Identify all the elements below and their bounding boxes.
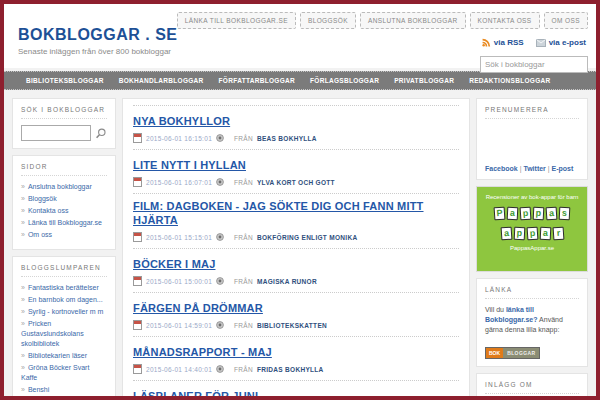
randomizer-list-item: Pricken Gustavslundskolans skolbibliotek xyxy=(21,319,107,349)
post-item: LÄSPLANER FÖR JUNI 2015-06-01 14:17:01 F… xyxy=(133,381,459,400)
site-header: LÄNKA TILL BOKBLOGGAR.SEBLOGGSÖKANSLUTNA… xyxy=(4,4,596,68)
randomizer-list-item: En barnbok om dagen... xyxy=(21,295,107,305)
logo-letter-tile: s xyxy=(559,207,571,221)
post-title-link[interactable]: NYA BOKHYLLOR xyxy=(133,114,230,128)
calendar-icon xyxy=(133,364,142,374)
from-label: FRÅN xyxy=(234,135,253,142)
sidebar-search-title: SÖK I BOKBLOGGAR xyxy=(21,106,107,119)
randomizer-list-item: Benshi xyxy=(21,385,107,395)
page-link[interactable]: Bloggsök xyxy=(28,195,57,202)
blog-link[interactable]: Benshi xyxy=(28,386,49,393)
page-link[interactable]: Kontakta oss xyxy=(28,207,68,214)
subscribe-link[interactable]: Twitter xyxy=(518,165,546,172)
subscribe-row: via RSS via e-post xyxy=(482,38,586,47)
pages-list: Anslutna bokbloggarBloggsökKontakta ossL… xyxy=(21,182,107,240)
page-link[interactable]: Om oss xyxy=(28,231,52,238)
eye-icon xyxy=(216,277,224,285)
blog-link[interactable]: Fantastiska berättelser xyxy=(28,284,99,291)
ad-site-url: PappasAppar.se xyxy=(481,245,583,251)
site-title[interactable]: BOKBLOGGAR . SE xyxy=(18,26,178,44)
post-meta: 2015-06-01 16:15:01 FRÅN BEAS BOKHYLLA xyxy=(133,133,459,143)
pages-list-item: Om oss xyxy=(21,230,107,240)
post-source-link[interactable]: FRIDAS BOKHYLLA xyxy=(257,366,324,373)
post-title-link[interactable]: LÄSPLANER FÖR JUNI xyxy=(133,389,258,400)
blog-link[interactable]: Gröna Böcker Svart Kaffe xyxy=(21,364,89,381)
post-title-link[interactable]: FILM: DAGBOKEN - JAG SÖKTE DIG OCH FANN … xyxy=(133,199,459,227)
nav-item[interactable]: BIBLIOTEKSBLOGGAR xyxy=(26,77,104,84)
subscribe-link[interactable]: E-post xyxy=(546,165,574,172)
subscribe-title: PRENUMERERA xyxy=(485,106,579,119)
logo-letter-tile: p xyxy=(513,227,525,241)
header-search-input[interactable] xyxy=(480,56,588,73)
post-source-link[interactable]: BOKFÖRING ENLIGT MONIKA xyxy=(257,234,357,241)
calendar-icon xyxy=(133,276,142,286)
top-tab[interactable]: LÄNKA TILL BOKBLOGGAR.SE xyxy=(177,12,296,29)
post-title-link[interactable]: LITE NYTT I HYLLAN xyxy=(133,158,246,172)
ad-logo-row1: Pappas xyxy=(481,204,583,220)
tags-title: INLÄGG OM xyxy=(485,381,579,394)
post-date: 2015-06-01 16:15:01 xyxy=(146,135,212,142)
logo-letter-tile: P xyxy=(494,207,506,221)
badge-left-segment: BOK xyxy=(486,348,503,358)
page-link[interactable]: Länka till Bokbloggar.se xyxy=(28,219,102,226)
nav-item[interactable]: FÖRLAGSBLOGGAR xyxy=(310,77,379,84)
logo-letter-tile: p xyxy=(533,207,545,221)
magnifier-icon[interactable] xyxy=(95,126,107,141)
post-source-link[interactable]: MAGISKA RUNOR xyxy=(257,278,317,285)
randomizer-list-item: Bibliotekarien läser xyxy=(21,351,107,361)
nav-item[interactable]: REDAKTIONSBLOGGAR xyxy=(469,77,550,84)
link-box-title: LÄNKA xyxy=(485,286,579,299)
top-tab[interactable]: OM OSS xyxy=(544,12,588,29)
calendar-icon xyxy=(133,133,142,143)
top-tab[interactable]: ANSLUTNA BOKBLOGGAR xyxy=(360,12,466,29)
pages-list-item: Kontakta oss xyxy=(21,206,107,216)
eye-icon xyxy=(216,134,224,142)
blog-link[interactable]: Pricken Gustavslundskolans skolbibliotek xyxy=(21,320,84,347)
from-label: FRÅN xyxy=(234,234,253,241)
pages-list-item: Anslutna bokbloggar xyxy=(21,182,107,192)
nav-item[interactable]: BOKHANDLARBLOGGAR xyxy=(119,77,204,84)
from-label: FRÅN xyxy=(234,366,253,373)
top-tab[interactable]: KONTAKTA OSS xyxy=(470,12,540,29)
subscribe-spacer xyxy=(485,125,579,165)
post-item: FILM: DAGBOKEN - JAG SÖKTE DIG OCH FANN … xyxy=(133,194,459,249)
eye-icon xyxy=(216,321,224,329)
post-source-link[interactable]: BEAS BOKHYLLA xyxy=(257,135,317,142)
badge-right-segment: BLOGGAR xyxy=(503,348,539,358)
post-item: MÅNADSRAPPORT - MAJ 2015-06-01 14:40:01 … xyxy=(133,337,459,381)
post-title-link[interactable]: MÅNADSRAPPORT - MAJ xyxy=(133,345,272,359)
post-source-link[interactable]: BIBLIOTEKSKATTEN xyxy=(257,322,327,329)
post-title-link[interactable]: BÖCKER I MAJ xyxy=(133,257,215,271)
top-tab[interactable]: BLOGGSÖK xyxy=(300,12,356,29)
link-to-us-box: LÄNKA Vill du länka till Bokbloggar.se? … xyxy=(476,278,588,367)
from-label: FRÅN xyxy=(234,278,253,285)
from-label: FRÅN xyxy=(234,322,253,329)
sidebar-search-box: SÖK I BOKBLOGGAR xyxy=(12,98,116,149)
eye-icon xyxy=(216,365,224,373)
nav-item[interactable]: FÖRFATTARBLOGGAR xyxy=(219,77,295,84)
post-meta: 2015-06-01 16:07:01 FRÅN YLVA KORT OCH G… xyxy=(133,177,459,187)
post-title-link[interactable]: FÄRGEN PÅ DRÖMMAR xyxy=(133,301,263,315)
sidebar-search-input[interactable] xyxy=(21,125,91,141)
via-email-link[interactable]: via e-post xyxy=(536,38,586,47)
logo-letter-tile: p xyxy=(520,207,532,221)
subscribe-links: FacebookTwitterE-post xyxy=(485,165,579,172)
nav-item[interactable]: PRIVATBLOGGAR xyxy=(394,77,454,84)
ad-logo-row2: appar xyxy=(481,224,583,240)
pappas-appar-ad-banner[interactable]: Recensioner av bok-appar för barn Pappas… xyxy=(476,186,588,272)
via-rss-link[interactable]: via RSS xyxy=(482,38,524,47)
post-item: FÄRGEN PÅ DRÖMMAR 2015-06-01 14:59:01 FR… xyxy=(133,293,459,337)
logo-letter-tile: a xyxy=(539,227,551,241)
blog-link[interactable]: En barnbok om dagen... xyxy=(28,296,103,303)
link-box-text: Vill du länka till Bokbloggar.se? Använd… xyxy=(485,305,579,335)
post-date: 2015-06-01 14:40:01 xyxy=(146,366,212,373)
subscribe-link[interactable]: Facebook xyxy=(485,165,518,172)
from-label: FRÅN xyxy=(234,179,253,186)
post-source-link[interactable]: YLVA KORT OCH GOTT xyxy=(257,179,335,186)
page-link[interactable]: Anslutna bokbloggar xyxy=(28,183,92,190)
calendar-icon xyxy=(133,177,142,187)
blog-link[interactable]: Syrlig - kortnoveller m m xyxy=(28,308,103,315)
blog-link[interactable]: Bibliotekarien läser xyxy=(28,352,87,359)
via-rss-label: via RSS xyxy=(494,38,524,47)
main-nav: BIBLIOTEKSBLOGGARBOKHANDLARBLOGGARFÖRFAT… xyxy=(4,71,596,90)
